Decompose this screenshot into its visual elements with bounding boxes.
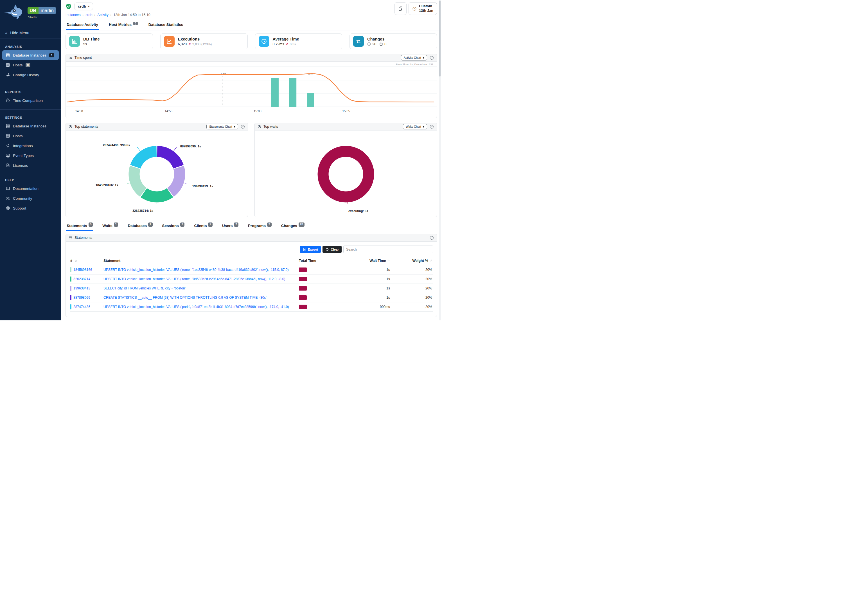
activity-chart-select[interactable]: Activity Chart▾ [401,55,427,61]
export-button[interactable]: Export [300,246,321,253]
sort-icon[interactable] [429,259,432,262]
donut-slice-label: 287474436: 999ms [103,144,130,147]
info-icon [367,42,371,46]
svg-text:14:50: 14:50 [76,110,83,113]
statement-text-link[interactable]: UPSERT INTO vehicle_location_histories V… [104,305,299,309]
collapse-panel-icon[interactable] [241,125,245,129]
top-waits-donut[interactable]: executing: 5s [255,131,437,217]
section-label: HELP [0,175,61,183]
detail-tab-users[interactable]: Users2 [222,223,239,231]
detail-tab-clients[interactable]: Clients2 [193,223,213,231]
sidebar-item-licences[interactable]: Licences [2,160,59,170]
total-time-bar [299,286,307,291]
statement-id-link[interactable]: 139638413 [73,286,90,290]
sidebar-item-community[interactable]: Community [2,193,59,203]
tab-host-metrics[interactable]: Host Metrics0 [108,20,138,30]
statement-id-link[interactable]: 1845898166 [73,268,92,272]
plan-label: Starter [28,15,56,19]
sidebar-section-reports: REPORTSTime Comparison [0,84,61,110]
server-icon [6,134,10,138]
collapse-panel-icon[interactable] [430,56,434,60]
statement-id-link[interactable]: 326238714 [73,277,90,281]
instance-selector[interactable]: crdb ▾ [74,3,93,10]
svg-text:15:00: 15:00 [254,110,261,113]
sidebar-item-label: Event Types [13,154,34,158]
bar-chart-icon [68,56,72,59]
kpi-changes: Changes 20 0 [350,33,437,49]
copy-dashboard-button[interactable] [394,2,406,15]
database-icon [6,124,10,128]
breadcrumb-separator: › [95,13,96,16]
peak-note: Peak Time: 2s, Executions: 837 [396,63,433,66]
total-time-bar [299,277,307,281]
book-icon [6,186,10,191]
statement-id-link[interactable]: 287474436 [73,305,90,309]
statements-panel: Statements Export Clear # [65,234,437,317]
total-time-bar [299,267,307,272]
donut-slice-label: 139638413: 1s [192,184,213,188]
count-badge: 0 [25,63,31,67]
count-badge: 0 [133,22,138,25]
sidebar-item-support[interactable]: Support [2,203,59,213]
weight-value: 20% [391,268,433,272]
collapse-panel-icon[interactable] [430,236,434,240]
collapse-panel-icon[interactable] [430,125,434,129]
tab-database-activity[interactable]: Database Activity [66,20,99,30]
sort-asc-icon[interactable] [387,259,390,262]
clock-icon [6,98,10,102]
pie-chart-icon [258,125,261,129]
sidebar-item-event-types[interactable]: Event Types [2,151,59,160]
statement-text-link[interactable]: CREATE STATISTICS __auto__ FROM [63] WIT… [104,295,299,300]
waits-chart-select[interactable]: Waits Chart▾ [403,124,427,129]
clear-button[interactable]: Clear [323,246,342,253]
wait-time-value: 999ms [344,305,391,309]
statement-id-link[interactable]: 887898099 [73,295,90,300]
sidebar-item-hosts[interactable]: Hosts [2,131,59,141]
scrollbar[interactable] [439,0,441,321]
breadcrumb-item-instances[interactable]: Instances [65,13,81,17]
breadcrumb-item-13th-jan-14-50-to-15-10: 13th Jan 14:50 to 15:10 [113,13,150,17]
sort-icon[interactable] [74,259,77,263]
sidebar-item-label: Licences [13,163,28,168]
sidebar-item-documentation[interactable]: Documentation [2,184,59,193]
top-statements-donut[interactable]: 887898099: 1s139638413: 1s326238714: 1s1… [66,131,248,217]
people-icon [6,196,10,200]
statement-text-link[interactable]: SELECT city, id FROM vehicles WHERE city… [104,286,299,290]
sidebar-item-integrations[interactable]: Integrations [2,141,59,150]
detail-tab-databases[interactable]: Databases1 [127,223,153,231]
time-range-button[interactable]: Custom 13th Jan [409,2,437,15]
total-time-bar [299,304,307,309]
sidebar-item-time-comparison[interactable]: Time Comparison [2,96,59,105]
server-icon [6,63,10,67]
sidebar-item-label: Database Instances [13,53,46,57]
wait-time-value: 1s [344,286,391,290]
sidebar-item-database-instances[interactable]: Database Instances1 [2,50,59,60]
detail-tab-changes[interactable]: Changes20 [280,223,305,231]
time-spent-chart[interactable]: Peak Time: 2s, Executions: 837 ⇄ 18⇄ 214… [66,62,437,118]
statement-text-link[interactable]: UPSERT INTO vehicle_location_histories V… [104,268,299,272]
sidebar-item-hosts[interactable]: Hosts0 [2,60,59,70]
kpi-average-time: Average Time 0.79ms ↗ 0ms [255,33,342,49]
chevron-down-icon: ▾ [423,56,424,59]
detail-tab-programs[interactable]: Programs2 [248,223,272,231]
table-row: 326238714UPSERT INTO vehicle_location_hi… [70,275,433,284]
tab-database-statistics[interactable]: Database Statistics [148,20,184,30]
sidebar-item-change-history[interactable]: Change History [2,70,59,80]
detail-tab-statements[interactable]: Statements5 [66,223,93,231]
count-badge: 20 [299,223,304,227]
double-chevron-left-icon: « [5,30,7,35]
search-input[interactable] [343,246,433,253]
statements-chart-select[interactable]: Statements Chart▾ [206,124,238,129]
hide-menu-button[interactable]: « Hide Menu [0,27,61,39]
logo-marlin-badge: marlin [39,7,56,14]
detail-tab-waits[interactable]: Waits1 [102,223,119,231]
count-badge: 1 [49,53,54,57]
statement-text-link[interactable]: UPSERT INTO vehicle_location_histories V… [104,277,299,281]
detail-tab-sessions[interactable]: Sessions2 [162,223,185,231]
sidebar-item-database-instances[interactable]: Database Instances [2,121,59,131]
calendar-icon [379,42,383,46]
count-badge: 2 [234,223,239,227]
logo: DBmarlin Starter [0,0,61,27]
breadcrumb-item-crdb[interactable]: crdb [86,13,92,17]
breadcrumb-item-activity[interactable]: Activity [97,13,108,17]
